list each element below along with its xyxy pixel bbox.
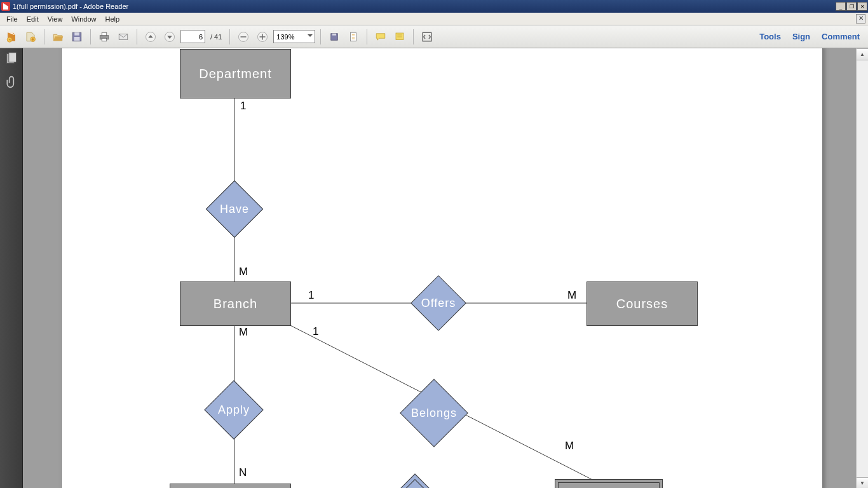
svg-rect-19 xyxy=(396,33,403,40)
card-branch-belongs: 1 xyxy=(313,325,318,338)
menu-file[interactable]: File xyxy=(2,14,22,24)
svg-rect-7 xyxy=(102,38,107,41)
comment-icon[interactable] xyxy=(372,29,389,45)
menu-edit[interactable]: Edit xyxy=(22,14,43,24)
page-down-icon[interactable] xyxy=(161,29,178,45)
separator xyxy=(44,29,44,44)
scroll-up-button[interactable]: ▲ xyxy=(857,48,868,60)
relation-apply: Apply xyxy=(213,389,255,431)
page-up-icon[interactable] xyxy=(142,29,159,45)
separator xyxy=(413,29,414,44)
zoom-in-icon[interactable] xyxy=(254,29,271,45)
zoom-select[interactable]: 139% xyxy=(273,30,315,43)
relation-offers: Offers xyxy=(419,283,458,323)
highlight-icon[interactable] xyxy=(391,29,408,45)
svg-rect-4 xyxy=(74,37,80,41)
entity-branch: Branch xyxy=(180,281,291,326)
svg-rect-22 xyxy=(8,53,16,62)
window-title-group: 1(full permission).pdf - Adobe Reader xyxy=(0,2,128,11)
app-icon xyxy=(1,2,10,11)
page-number-input[interactable] xyxy=(180,30,205,43)
email-icon[interactable] xyxy=(115,29,132,45)
menu-view[interactable]: View xyxy=(43,14,67,24)
vertical-scrollbar[interactable]: ▲ ▼ xyxy=(856,48,868,488)
window-title: 1(full permission).pdf - Adobe Reader xyxy=(13,3,128,10)
scroll-down-button[interactable]: ▼ xyxy=(857,477,868,488)
zoom-out-icon[interactable] xyxy=(235,29,252,45)
pdf-page: Department Branch Courses Applicant Stud… xyxy=(61,48,823,488)
scroll-track[interactable] xyxy=(857,60,868,477)
separator xyxy=(320,29,321,44)
relation-have-label: Have xyxy=(214,189,255,229)
relation-belongs: Belongs xyxy=(410,389,458,437)
entity-courses: Courses xyxy=(587,281,698,326)
attachments-icon[interactable] xyxy=(5,76,18,90)
close-button[interactable]: ✕ xyxy=(857,2,867,11)
comment-link[interactable]: Comment xyxy=(822,32,860,41)
card-have-branch: M xyxy=(239,266,248,278)
separator xyxy=(137,29,137,44)
relation-offers-label: Offers xyxy=(419,283,458,323)
card-belongs-student: M xyxy=(565,440,574,452)
svg-rect-12 xyxy=(241,36,247,37)
save-icon[interactable] xyxy=(69,29,85,45)
entity-applicant: Applicant xyxy=(170,484,291,488)
open-icon[interactable] xyxy=(50,29,66,45)
svg-rect-6 xyxy=(102,32,107,36)
toolbar: / 41 139% Tools Sign Comment xyxy=(0,25,868,48)
card-branch-apply: M xyxy=(239,326,248,339)
separator xyxy=(367,29,367,44)
separator xyxy=(229,29,230,44)
separator xyxy=(90,29,91,44)
page-total-label: / 41 xyxy=(210,33,222,41)
window-titlebar: 1(full permission).pdf - Adobe Reader _ … xyxy=(0,0,868,13)
svg-rect-17 xyxy=(332,33,336,35)
toolbar-right-links: Tools Sign Comment xyxy=(759,32,865,41)
entity-student: Student xyxy=(555,479,663,488)
svg-rect-15 xyxy=(262,34,264,39)
card-branch-offers: 1 xyxy=(308,289,314,302)
relation-selected-label: Selected xyxy=(394,482,436,488)
navigation-pane xyxy=(0,48,23,488)
window-controls: _ ❐ ✕ xyxy=(836,2,868,11)
menu-bar: File Edit View Window Help ✕ xyxy=(0,13,868,25)
svg-rect-3 xyxy=(74,32,79,36)
document-viewport[interactable]: Department Branch Courses Applicant Stud… xyxy=(23,48,856,488)
card-offers-courses: M xyxy=(567,289,576,302)
relation-belongs-label: Belongs xyxy=(410,389,458,437)
main-area: Department Branch Courses Applicant Stud… xyxy=(0,48,868,488)
close-document-button[interactable]: ✕ xyxy=(856,14,865,24)
relation-selected: Selected xyxy=(394,482,436,488)
relation-have: Have xyxy=(214,189,255,229)
zoom-value: 139% xyxy=(276,33,294,41)
sign-link[interactable]: Sign xyxy=(792,32,810,41)
save-copy-icon[interactable] xyxy=(326,29,342,45)
scroll-mode-icon[interactable] xyxy=(345,29,362,45)
entity-department: Department xyxy=(180,49,291,98)
export-pdf-icon[interactable] xyxy=(3,29,20,45)
tools-link[interactable]: Tools xyxy=(759,32,781,41)
print-icon[interactable] xyxy=(96,29,112,45)
thumbnails-icon[interactable] xyxy=(5,52,18,67)
create-pdf-icon[interactable] xyxy=(22,29,39,45)
card-dept-have: 1 xyxy=(240,100,246,112)
restore-button[interactable]: ❐ xyxy=(846,2,857,11)
relation-apply-label: Apply xyxy=(213,389,255,431)
card-apply-applicant: N xyxy=(239,466,247,479)
read-mode-icon[interactable] xyxy=(419,29,435,45)
minimize-button[interactable]: _ xyxy=(836,2,846,11)
menu-help[interactable]: Help xyxy=(100,14,124,24)
menu-window[interactable]: Window xyxy=(67,14,100,24)
svg-rect-18 xyxy=(351,32,356,41)
